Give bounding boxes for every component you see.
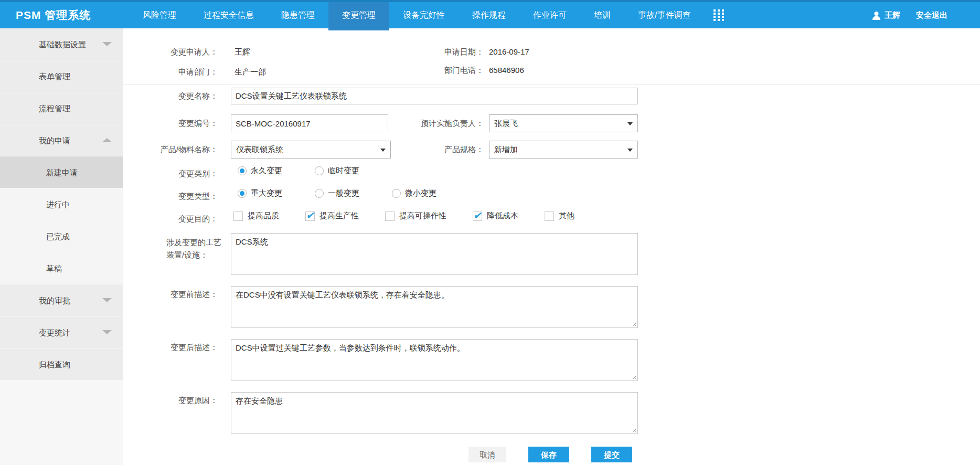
sidebar-item-label: 已完成 xyxy=(46,232,70,241)
checkbox-improve-operability[interactable]: ✔ xyxy=(385,212,395,221)
sidebar-item-label: 流程管理 xyxy=(39,104,70,113)
radio-label: 微小变更 xyxy=(405,188,436,198)
product-spec-select[interactable]: 新增加 xyxy=(489,141,638,158)
checkbox-improve-productivity[interactable]: ✔ xyxy=(305,212,315,221)
app-logo: PSM 管理系统 xyxy=(16,2,91,28)
chevron-down-icon xyxy=(102,42,112,46)
change-code-label: 变更编号： xyxy=(123,119,218,129)
desc-before-label: 变更前描述： xyxy=(123,290,218,300)
nav-tab-incident-investigation[interactable]: 事故/事件调查 xyxy=(624,2,704,28)
radio-temporary-change[interactable] xyxy=(315,166,324,175)
nav-tab-process-safety-info[interactable]: 过程安全信息 xyxy=(190,2,268,28)
product-name-selected-value: 仪表联锁系统 xyxy=(236,145,283,155)
nav-tab-training[interactable]: 培训 xyxy=(580,2,624,28)
sidebar-item-in-progress[interactable]: 进行中 xyxy=(0,188,123,220)
department-label: 申请部门： xyxy=(123,67,218,77)
user-name: 王辉 xyxy=(885,10,900,20)
sidebar-item-new-application[interactable]: 新建申请 xyxy=(0,156,123,188)
sidebar-item-label: 基础数据设置 xyxy=(39,40,86,49)
implementer-selected-value: 张晨飞 xyxy=(494,119,518,129)
change-reason-label: 变更原因： xyxy=(123,396,218,406)
nav-tab-work-permit[interactable]: 作业许可 xyxy=(519,2,580,28)
radio-major-change[interactable] xyxy=(238,189,247,198)
section-divider xyxy=(123,84,980,84)
main-nav: 风险管理 过程安全信息 隐患管理 变更管理 设备完好性 操作规程 作业许可 培训… xyxy=(129,2,733,28)
sidebar-item-label: 草稿 xyxy=(46,264,62,273)
logout-button[interactable]: 安全退出 xyxy=(916,10,947,20)
checkbox-label: 提高品质 xyxy=(248,211,279,221)
checkbox-label: 提高生产性 xyxy=(319,211,359,221)
change-category-label: 变更类别： xyxy=(123,169,218,179)
change-name-input[interactable] xyxy=(231,88,638,104)
sidebar-item-label: 进行中 xyxy=(46,200,70,209)
sidebar-item-drafts[interactable]: 草稿 xyxy=(0,252,123,284)
top-navigation-bar: PSM 管理系统 风险管理 过程安全信息 隐患管理 变更管理 设备完好性 操作规… xyxy=(0,0,980,28)
change-request-form: 变更申请人： 王辉 申请日期： 2016-09-17 申请部门： 生产一部 部门… xyxy=(123,28,980,465)
sidebar-item-label: 变更统计 xyxy=(39,328,70,337)
checkbox-reduce-cost[interactable]: ✔ xyxy=(473,212,482,221)
nav-tab-equipment-integrity[interactable]: 设备完好性 xyxy=(389,2,459,28)
applicant-value: 王辉 xyxy=(235,47,250,57)
checkbox-improve-quality[interactable]: ✔ xyxy=(233,212,243,221)
topbar-user-area: 王辉 安全退出 xyxy=(872,2,947,28)
user-icon xyxy=(872,11,881,20)
apply-date-label: 申请日期： xyxy=(353,47,484,57)
change-name-label: 变更名称： xyxy=(123,91,218,101)
sidebar-item-label: 我的申请 xyxy=(39,136,70,145)
involved-equipment-label-line1: 涉及变更的工艺 xyxy=(166,238,221,247)
sidebar: 基础数据设置 表单管理 流程管理 我的申请 新建申请 进行中 已完成 草稿 我的… xyxy=(0,28,123,465)
checkbox-label: 其他 xyxy=(559,211,574,221)
sidebar-item-completed[interactable]: 已完成 xyxy=(0,220,123,252)
sidebar-item-form-management[interactable]: 表单管理 xyxy=(0,60,123,92)
sidebar-item-change-statistics[interactable]: 变更统计 xyxy=(0,316,123,348)
save-button[interactable]: 保存 xyxy=(528,447,569,462)
sidebar-item-base-data-settings[interactable]: 基础数据设置 xyxy=(0,28,123,60)
desc-after-label: 变更后描述： xyxy=(123,343,218,353)
change-type-label: 变更类型： xyxy=(123,192,218,202)
sidebar-item-archive-search[interactable]: 归档查询 xyxy=(0,348,123,381)
involved-equipment-textarea[interactable]: DCS系统 xyxy=(231,233,638,275)
change-type-radio-group: 重大变更 一般变更 微小变更 xyxy=(238,188,436,198)
product-spec-selected-value: 新增加 xyxy=(494,145,518,155)
change-reason-textarea[interactable]: 存在安全隐患 xyxy=(231,392,638,434)
chevron-up-icon xyxy=(102,138,112,142)
chevron-down-icon xyxy=(627,149,633,152)
apps-grid-icon[interactable] xyxy=(704,2,733,28)
sidebar-item-my-approvals[interactable]: 我的审批 xyxy=(0,284,123,316)
nav-tab-operating-procedures[interactable]: 操作规程 xyxy=(459,2,519,28)
cancel-button[interactable]: 取消 xyxy=(468,447,506,462)
checkbox-other[interactable]: ✔ xyxy=(545,212,554,221)
radio-label: 永久变更 xyxy=(251,166,282,176)
product-name-label: 产品/物料名称： xyxy=(123,145,218,155)
radio-general-change[interactable] xyxy=(315,189,324,198)
implementer-select[interactable]: 张晨飞 xyxy=(489,114,638,132)
apply-date-value: 2016-09-17 xyxy=(489,47,529,56)
checkbox-label: 降低成本 xyxy=(487,211,518,221)
sidebar-item-my-applications[interactable]: 我的申请 xyxy=(0,124,123,156)
radio-permanent-change[interactable] xyxy=(238,166,247,175)
applicant-label: 变更申请人： xyxy=(123,47,218,57)
sidebar-item-label: 新建申请 xyxy=(46,168,78,177)
chevron-down-icon xyxy=(627,122,633,125)
department-value: 生产一部 xyxy=(235,67,266,77)
radio-label: 重大变更 xyxy=(251,188,282,198)
sidebar-item-label: 表单管理 xyxy=(39,72,70,81)
radio-minor-change[interactable] xyxy=(392,189,401,198)
chevron-down-icon xyxy=(102,330,112,334)
sidebar-item-label: 我的审批 xyxy=(39,296,70,305)
radio-label: 临时变更 xyxy=(328,166,359,176)
sidebar-item-process-management[interactable]: 流程管理 xyxy=(0,92,123,124)
change-purpose-checkbox-group: ✔ 提高品质 ✔ 提高生产性 ✔ 提高可操作性 ✔ 降低成本 ✔ 其他 xyxy=(233,211,574,221)
checkbox-label: 提高可操作性 xyxy=(399,211,446,221)
nav-tab-change-management[interactable]: 变更管理 xyxy=(328,2,389,30)
radio-label: 一般变更 xyxy=(328,188,359,198)
submit-button[interactable]: 提交 xyxy=(591,447,632,462)
involved-equipment-label-line2: 装置/设施： xyxy=(166,250,208,259)
desc-before-textarea[interactable]: 在DCS中没有设置关键工艺仪表联锁系统，存在着安全隐患。 xyxy=(231,286,638,328)
current-user[interactable]: 王辉 xyxy=(872,10,900,20)
sidebar-item-label: 归档查询 xyxy=(39,360,70,369)
nav-tab-hazard-management[interactable]: 隐患管理 xyxy=(268,2,328,28)
nav-tab-risk-management[interactable]: 风险管理 xyxy=(129,2,190,28)
desc-after-textarea[interactable]: DCS中设置过关键工艺参数，当参数达到条件时，联锁系统动作。 xyxy=(231,339,638,381)
chevron-down-icon xyxy=(102,298,112,302)
